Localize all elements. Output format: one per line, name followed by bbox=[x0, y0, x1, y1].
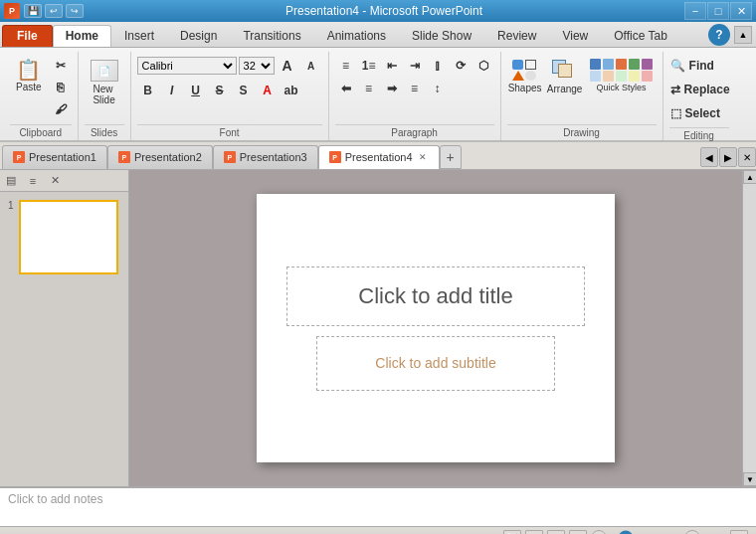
close-button[interactable]: ✕ bbox=[730, 2, 752, 20]
slide-1-item: 1 bbox=[8, 200, 120, 274]
select-button[interactable]: ⬚ Select bbox=[669, 103, 729, 123]
pres4-close-button[interactable]: ✕ bbox=[417, 151, 429, 163]
font-size-select[interactable]: 32 bbox=[239, 57, 275, 75]
tab-scroll-right[interactable]: ▶ bbox=[719, 147, 737, 167]
slide-tab-pres2[interactable]: P Presentation2 bbox=[107, 145, 213, 169]
tab-animations[interactable]: Animations bbox=[314, 25, 399, 47]
tab-officetab[interactable]: Office Tab bbox=[601, 25, 680, 47]
convert-to-smartart-button[interactable]: ⬡ bbox=[472, 56, 494, 76]
tab-scroll-left[interactable]: ◀ bbox=[700, 147, 718, 167]
paragraph-group: ≡ 1≡ ⇤ ⇥ ⫿ ⟳ ⬡ ⬅ ≡ ➡ ≡ ↕ Paragraph bbox=[329, 52, 501, 140]
normal-view-button[interactable]: ⬜ bbox=[503, 530, 521, 535]
new-tab-button[interactable]: + bbox=[440, 145, 462, 169]
find-button[interactable]: 🔍 Find bbox=[669, 56, 729, 76]
pres1-icon: P bbox=[13, 151, 25, 163]
align-center-button[interactable]: ≡ bbox=[358, 79, 380, 98]
ribbon-collapse-button[interactable]: ▲ bbox=[734, 26, 752, 44]
quick-access-redo[interactable]: ↪ bbox=[66, 4, 84, 18]
slides-group: 📄 NewSlide Slides bbox=[79, 52, 131, 140]
text-direction-button[interactable]: ⟳ bbox=[450, 56, 472, 76]
canvas-area: Click to add title Click to add subtitle bbox=[129, 170, 742, 486]
strikethrough-button[interactable]: S bbox=[209, 81, 231, 100]
quick-access-save[interactable]: 💾 bbox=[24, 4, 42, 18]
zoom-out-button[interactable]: − bbox=[591, 530, 607, 535]
format-painter-button[interactable]: 🖌 bbox=[50, 99, 72, 119]
arrange-label: Arrange bbox=[547, 84, 583, 94]
outline-view-button[interactable]: ≡ bbox=[24, 172, 42, 190]
scroll-up-button[interactable]: ▲ bbox=[743, 170, 756, 184]
clipboard-content: 📋 Paste ✂ ⎘ 🖌 bbox=[10, 52, 72, 124]
paste-button[interactable]: 📋 Paste bbox=[10, 56, 48, 96]
arrange-icon bbox=[552, 60, 578, 82]
fit-window-button[interactable]: ⤢ bbox=[730, 530, 748, 535]
status-right: ⬜ ⊞ 📖 ▶ − + 36% ⤢ bbox=[503, 530, 748, 535]
align-left-button[interactable]: ⬅ bbox=[335, 79, 357, 98]
decrease-indent-button[interactable]: ⇤ bbox=[381, 56, 403, 76]
cut-button[interactable]: ✂ bbox=[50, 56, 72, 76]
quick-access-undo[interactable]: ↩ bbox=[45, 4, 63, 18]
pres3-icon: P bbox=[224, 151, 236, 163]
arrange-button[interactable]: Arrange bbox=[545, 56, 585, 98]
tab-review[interactable]: Review bbox=[484, 25, 549, 47]
shapes-label: Shapes bbox=[508, 83, 542, 93]
help-button[interactable]: ? bbox=[708, 24, 730, 46]
panel-close-button[interactable]: ✕ bbox=[46, 172, 64, 190]
replace-button[interactable]: ⇄ Replace bbox=[669, 80, 729, 99]
slide-tabs-bar: P Presentation1 P Presentation2 P Presen… bbox=[0, 142, 756, 170]
main-area: ▤ ≡ ✕ 1 Click to add title Click to add … bbox=[0, 170, 756, 486]
minimize-button[interactable]: − bbox=[684, 2, 706, 20]
italic-button[interactable]: I bbox=[161, 81, 183, 100]
bold-button[interactable]: B bbox=[137, 81, 159, 100]
new-slide-button[interactable]: 📄 NewSlide bbox=[85, 56, 124, 109]
tab-design[interactable]: Design bbox=[167, 25, 230, 47]
slide-1-thumbnail[interactable] bbox=[19, 200, 118, 274]
increase-font-button[interactable]: A bbox=[277, 56, 298, 76]
tab-home[interactable]: Home bbox=[53, 25, 111, 47]
underline-button[interactable]: U bbox=[185, 81, 207, 100]
slideshow-button[interactable]: ▶ bbox=[569, 530, 587, 535]
align-right-button[interactable]: ➡ bbox=[381, 79, 403, 98]
decrease-font-button[interactable]: A bbox=[300, 56, 322, 76]
tab-file[interactable]: File bbox=[2, 25, 53, 47]
tab-insert[interactable]: Insert bbox=[111, 25, 167, 47]
slides-view-button[interactable]: ▤ bbox=[2, 172, 20, 190]
title-placeholder-text: Click to add title bbox=[358, 283, 512, 309]
slide-sorter-button[interactable]: ⊞ bbox=[525, 530, 543, 535]
reading-view-button[interactable]: 📖 bbox=[547, 530, 565, 535]
notes-area[interactable]: Click to add notes bbox=[0, 486, 756, 526]
copy-button[interactable]: ⎘ bbox=[50, 78, 72, 97]
shapes-button[interactable]: Shapes bbox=[507, 56, 543, 97]
tab-close-all[interactable]: ✕ bbox=[738, 147, 756, 167]
slide-tab-pres3[interactable]: P Presentation3 bbox=[213, 145, 318, 169]
restore-button[interactable]: □ bbox=[707, 2, 729, 20]
quick-styles-icon bbox=[590, 59, 654, 82]
numbering-button[interactable]: 1≡ bbox=[358, 56, 380, 76]
subtitle-placeholder[interactable]: Click to add subtitle bbox=[316, 336, 555, 391]
zoom-slider[interactable] bbox=[611, 531, 680, 535]
quick-styles-button[interactable]: Quick Styles bbox=[587, 56, 657, 95]
tab-transitions[interactable]: Transitions bbox=[230, 25, 313, 47]
pres1-label: Presentation1 bbox=[29, 151, 96, 163]
slide-tab-pres1[interactable]: P Presentation1 bbox=[2, 145, 107, 169]
slide-tab-pres4[interactable]: P Presentation4 ✕ bbox=[318, 145, 440, 169]
increase-indent-button[interactable]: ⇥ bbox=[404, 56, 426, 76]
scroll-down-button[interactable]: ▼ bbox=[743, 472, 756, 486]
title-placeholder[interactable]: Click to add title bbox=[286, 267, 585, 326]
notes-placeholder: Click to add notes bbox=[8, 492, 102, 506]
slides-content: 📄 NewSlide bbox=[85, 52, 124, 124]
zoom-in-button[interactable]: + bbox=[684, 530, 700, 535]
bullets-button[interactable]: ≡ bbox=[335, 56, 357, 76]
shadow-button[interactable]: S bbox=[233, 81, 255, 100]
justify-button[interactable]: ≡ bbox=[404, 79, 426, 98]
tab-slideshow[interactable]: Slide Show bbox=[399, 25, 484, 47]
title-bar-title: Presentation4 - Microsoft PowerPoint bbox=[84, 4, 684, 18]
columns-button[interactable]: ⫿ bbox=[427, 56, 449, 76]
panel-toolbar: ▤ ≡ ✕ bbox=[0, 170, 128, 192]
tab-view[interactable]: View bbox=[549, 25, 601, 47]
highlight-button[interactable]: ab bbox=[281, 81, 302, 100]
line-spacing-button[interactable]: ↕ bbox=[427, 79, 449, 98]
scroll-track[interactable] bbox=[743, 184, 756, 472]
clipboard-label: Clipboard bbox=[10, 124, 72, 140]
font-color-button[interactable]: A bbox=[257, 81, 279, 100]
font-family-select[interactable]: Calibri bbox=[137, 57, 237, 75]
